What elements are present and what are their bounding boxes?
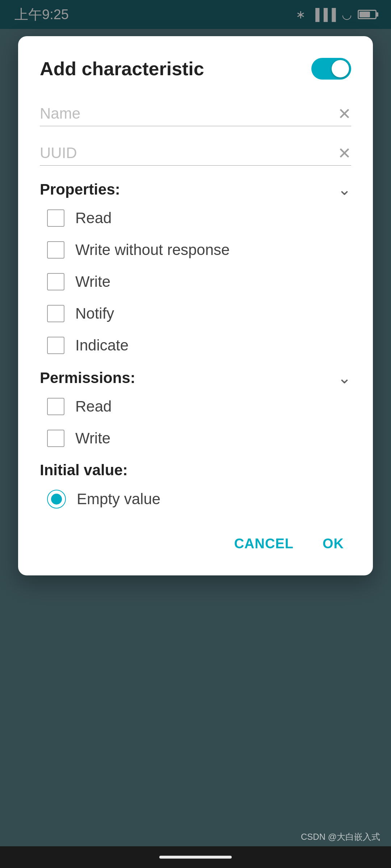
prop-notify-label: Notify xyxy=(75,305,114,322)
dialog-header: Add characteristic xyxy=(40,58,351,80)
perm-read-checkbox[interactable] xyxy=(47,398,64,415)
uuid-clear-button[interactable]: ✕ xyxy=(338,145,351,161)
initial-value-label: Initial value: xyxy=(40,461,128,478)
cancel-button[interactable]: CANCEL xyxy=(227,530,301,557)
properties-chevron-icon: ⌄ xyxy=(338,180,351,199)
permissions-section-header[interactable]: Permissions: ⌄ xyxy=(40,369,351,387)
permissions-checkboxes: Read Write xyxy=(40,398,351,447)
empty-value-radio[interactable] xyxy=(47,490,66,509)
prop-read-item: Read xyxy=(47,209,351,227)
prop-write-item: Write xyxy=(47,273,351,290)
prop-indicate-checkbox[interactable] xyxy=(47,337,64,354)
name-clear-button[interactable]: ✕ xyxy=(338,106,351,122)
perm-write-item: Write xyxy=(47,430,351,447)
properties-section-header[interactable]: Properties: ⌄ xyxy=(40,180,351,199)
watermark: CSDN @大白嵌入式 xyxy=(301,831,380,843)
prop-write-label: Write xyxy=(75,273,110,290)
prop-indicate-label: Indicate xyxy=(75,337,129,354)
bottom-navigation-bar xyxy=(0,846,391,868)
dialog-title: Add characteristic xyxy=(40,58,204,80)
prop-read-checkbox[interactable] xyxy=(47,209,64,227)
prop-write-checkbox[interactable] xyxy=(47,273,64,290)
toggle-track xyxy=(311,58,351,80)
permissions-chevron-icon: ⌄ xyxy=(338,369,351,387)
toggle-switch[interactable] xyxy=(311,58,351,80)
prop-notify-checkbox[interactable] xyxy=(47,305,64,322)
prop-write-no-response-checkbox[interactable] xyxy=(47,241,64,259)
empty-value-label: Empty value xyxy=(77,490,160,508)
properties-checkboxes: Read Write without response Write Notify… xyxy=(40,209,351,354)
ok-button[interactable]: OK xyxy=(315,530,351,557)
prop-read-label: Read xyxy=(75,209,112,227)
perm-write-label: Write xyxy=(75,430,110,447)
radio-inner-dot xyxy=(51,494,62,505)
name-field-group: ✕ xyxy=(40,101,351,126)
toggle-thumb xyxy=(332,60,349,77)
properties-label: Properties: xyxy=(40,181,120,198)
perm-write-checkbox[interactable] xyxy=(47,430,64,447)
prop-notify-item: Notify xyxy=(47,305,351,322)
name-input[interactable] xyxy=(40,101,351,126)
prop-write-no-response-item: Write without response xyxy=(47,241,351,259)
dialog-actions: CANCEL OK xyxy=(40,523,351,557)
empty-value-radio-item: Empty value xyxy=(47,490,351,509)
permissions-label: Permissions: xyxy=(40,369,135,387)
add-characteristic-dialog: Add characteristic ✕ ✕ Properties: ⌄ Rea… xyxy=(18,36,373,575)
perm-read-label: Read xyxy=(75,398,112,415)
uuid-input[interactable] xyxy=(40,141,351,166)
prop-write-no-response-label: Write without response xyxy=(75,241,230,259)
initial-value-section: Initial value: Empty value xyxy=(40,461,351,509)
prop-indicate-item: Indicate xyxy=(47,337,351,354)
perm-read-item: Read xyxy=(47,398,351,415)
home-indicator xyxy=(159,856,232,859)
uuid-field-group: ✕ xyxy=(40,141,351,166)
